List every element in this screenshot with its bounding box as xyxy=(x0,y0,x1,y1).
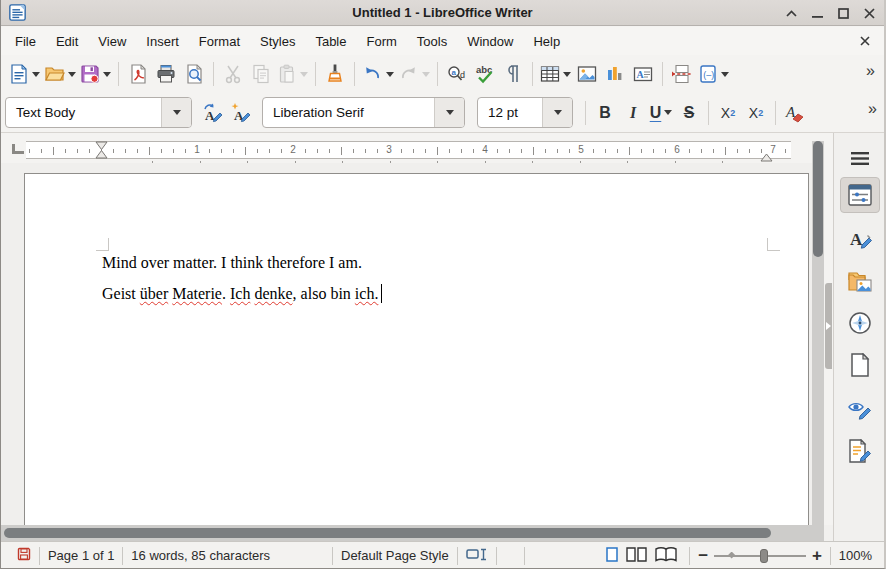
menu-format[interactable]: Format xyxy=(189,30,250,53)
word-count-status[interactable]: 16 words, 85 characters xyxy=(131,548,270,563)
menu-styles[interactable]: Styles xyxy=(250,30,305,53)
chevron-down-icon[interactable] xyxy=(161,98,191,127)
redo-button xyxy=(396,60,432,88)
undo-button[interactable] xyxy=(360,60,396,88)
ruler-number: 6 xyxy=(674,144,680,155)
maximize-icon[interactable] xyxy=(834,5,852,21)
chevron-down-icon xyxy=(721,72,729,77)
subscript-button[interactable]: X2 xyxy=(742,99,770,127)
menu-window[interactable]: Window xyxy=(457,30,523,53)
zoom-level-status[interactable]: 100% xyxy=(839,548,872,563)
close-document-icon[interactable] xyxy=(860,34,870,49)
insert-table-button[interactable] xyxy=(538,60,573,88)
horizontal-scrollbar[interactable] xyxy=(1,525,824,541)
superscript-button[interactable]: X2 xyxy=(714,99,742,127)
bold-button[interactable]: B xyxy=(591,99,619,127)
svg-text:A: A xyxy=(637,69,645,80)
standard-toolbar: ad abc A (–) xyxy=(1,55,884,93)
menu-view[interactable]: View xyxy=(88,30,136,53)
title-bar[interactable]: Untitled 1 - LibreOffice Writer xyxy=(1,0,884,26)
menu-table[interactable]: Table xyxy=(305,30,356,53)
sidebar-tab-accessibility-check[interactable] xyxy=(840,433,880,469)
clone-formatting-button[interactable] xyxy=(321,60,349,88)
minimize-icon[interactable] xyxy=(808,5,826,21)
sidebar-tab-gallery[interactable] xyxy=(840,263,880,299)
find-replace-button[interactable]: ad xyxy=(443,60,471,88)
menu-form[interactable]: Form xyxy=(356,30,406,53)
font-size-combo[interactable]: 12 pt xyxy=(477,97,573,128)
chevron-down-icon[interactable] xyxy=(664,110,672,115)
zoom-out-icon[interactable]: − xyxy=(698,547,708,564)
insert-chart-button[interactable] xyxy=(601,60,629,88)
menu-tools[interactable]: Tools xyxy=(407,30,457,53)
ruler-number: 1 xyxy=(194,144,200,155)
print-button[interactable] xyxy=(152,60,180,88)
single-page-view-icon[interactable] xyxy=(606,547,618,565)
shade-icon[interactable] xyxy=(782,5,800,21)
toolbar-separator xyxy=(354,62,355,86)
insert-mode-icon[interactable] xyxy=(466,548,488,564)
close-icon[interactable] xyxy=(860,5,878,21)
tab-stop-selector[interactable] xyxy=(12,144,24,154)
book-view-icon[interactable] xyxy=(655,547,677,565)
new-style-button[interactable]: A xyxy=(226,99,254,127)
vertical-scrollbar[interactable] xyxy=(812,141,824,525)
zoom-slider-thumb[interactable] xyxy=(760,549,768,563)
status-separator xyxy=(332,547,333,565)
font-color-button[interactable]: A xyxy=(781,99,809,127)
document-text-line[interactable]: Mind over matter. I think therefore I am… xyxy=(102,254,362,272)
insert-page-break-button[interactable] xyxy=(668,60,696,88)
horizontal-ruler[interactable]: 1 2 3 4 5 6 7 xyxy=(26,141,791,159)
horizontal-scrollbar-thumb[interactable] xyxy=(4,528,771,538)
document-area[interactable]: Mind over matter. I think therefore I am… xyxy=(1,163,812,525)
underline-button[interactable]: U xyxy=(647,99,675,127)
sidebar-tab-style-inspector[interactable] xyxy=(840,391,880,427)
text-cursor xyxy=(381,284,382,303)
status-separator xyxy=(496,547,497,565)
sidebar-tab-page[interactable] xyxy=(840,347,880,383)
multi-page-view-icon[interactable] xyxy=(626,547,647,565)
sidebar-tab-properties[interactable] xyxy=(840,177,880,213)
paragraph-style-combo[interactable]: Text Body xyxy=(5,97,192,128)
toolbar-separator xyxy=(437,62,438,86)
text-boundary-corner xyxy=(96,238,109,251)
sidebar-settings-icon[interactable] xyxy=(840,141,880,177)
menu-help[interactable]: Help xyxy=(523,30,570,53)
insert-image-button[interactable] xyxy=(573,60,601,88)
document-text-line[interactable]: Geist über Materie. Ich denke, also bin … xyxy=(102,285,378,303)
zoom-in-icon[interactable]: + xyxy=(812,547,822,564)
svg-text:d: d xyxy=(460,70,465,80)
spelling-button[interactable]: abc xyxy=(471,60,499,88)
sidebar-hide-handle[interactable] xyxy=(825,283,832,369)
chevron-down-icon xyxy=(563,72,571,77)
toolbar-overflow-button[interactable]: » xyxy=(866,62,874,80)
indent-marker[interactable] xyxy=(95,141,108,162)
update-style-button[interactable]: A xyxy=(198,99,226,127)
sidebar-tab-navigator[interactable] xyxy=(840,305,880,341)
formatting-overflow-button[interactable]: » xyxy=(868,100,876,118)
italic-button[interactable]: I xyxy=(619,99,647,127)
formatting-marks-button[interactable] xyxy=(499,60,527,88)
new-document-button[interactable] xyxy=(7,60,42,88)
chevron-down-icon[interactable] xyxy=(542,98,572,127)
print-preview-button[interactable] xyxy=(180,60,208,88)
sidebar-tab-styles[interactable]: A xyxy=(840,221,880,257)
menu-edit[interactable]: Edit xyxy=(46,30,88,53)
font-name-combo[interactable]: Liberation Serif xyxy=(262,97,465,128)
page-count-status[interactable]: Page 1 of 1 xyxy=(48,548,115,563)
strikethrough-button[interactable]: S xyxy=(675,99,703,127)
export-pdf-button[interactable] xyxy=(124,60,152,88)
document-page[interactable]: Mind over matter. I think therefore I am… xyxy=(24,173,809,525)
insert-field-button[interactable]: (–) xyxy=(696,60,731,88)
save-button[interactable] xyxy=(78,60,113,88)
cut-button xyxy=(219,60,247,88)
menu-insert[interactable]: Insert xyxy=(136,30,189,53)
zoom-slider[interactable] xyxy=(714,549,806,563)
open-button[interactable] xyxy=(42,60,78,88)
vertical-scrollbar-thumb[interactable] xyxy=(813,141,823,257)
page-style-status[interactable]: Default Page Style xyxy=(341,548,449,563)
insert-text-box-button[interactable]: A xyxy=(629,60,657,88)
menu-file[interactable]: File xyxy=(5,30,46,53)
chevron-down-icon[interactable] xyxy=(434,98,464,127)
unsaved-changes-icon[interactable] xyxy=(17,547,31,564)
